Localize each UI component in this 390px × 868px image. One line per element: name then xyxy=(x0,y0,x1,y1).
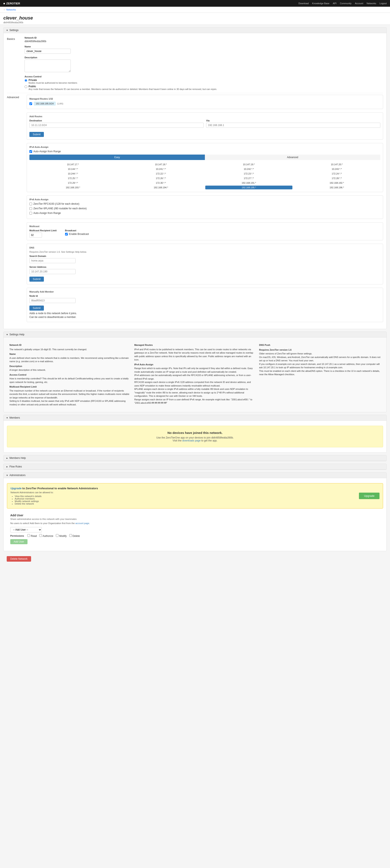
ipv6-range-label: Auto-Assign from Range xyxy=(33,212,61,215)
ip-cell-2-3[interactable]: 172.24.*.* xyxy=(293,172,380,176)
ip-cell-2-0[interactable]: 10.244.*.* xyxy=(29,172,116,176)
tab-easy[interactable]: Easy xyxy=(29,155,205,160)
nav-community[interactable]: Community xyxy=(340,2,352,5)
node-id-input[interactable] xyxy=(29,298,76,303)
administrators-toggle-icon: ▼ xyxy=(6,474,8,476)
perm-authorize-checkbox[interactable] xyxy=(39,534,42,537)
navbar-brand: ■ ZEROTIER xyxy=(3,2,20,5)
name-input[interactable] xyxy=(25,49,71,54)
ip-cell-4-3[interactable]: 192.168.192.* xyxy=(293,181,380,185)
help-col-1-rfc4193: RFC4193 assigns each device a single IPv… xyxy=(134,380,256,388)
private-radio[interactable] xyxy=(25,79,27,82)
help-col-2-content1: Older versions of ZeroTier will ignore t… xyxy=(259,352,381,355)
ip-cell-5-3[interactable]: 192.168.196.* xyxy=(293,186,380,189)
help-col-1-range: Range assigns each device an IP from a u… xyxy=(134,398,256,405)
nav-download[interactable]: Download xyxy=(299,2,309,5)
perm-modify-checkbox[interactable] xyxy=(56,534,59,537)
ip-cell-3-1[interactable]: 172.26.*.* xyxy=(117,176,204,180)
ip-cell-1-0[interactable]: 10.144.*.* xyxy=(29,167,116,171)
nav-logout[interactable]: Logout xyxy=(380,2,387,5)
flow-rules-toggle-icon: ► xyxy=(6,466,8,468)
ip-cell-5-2[interactable]: 192.168.195.* xyxy=(205,186,292,189)
ip-cell-2-2[interactable]: 172.23.*.* xyxy=(205,172,292,176)
ipv6-range-checkbox[interactable] xyxy=(29,212,32,215)
ip-cell-3-3[interactable]: 172.28.*.* xyxy=(293,176,380,180)
add-member-submit[interactable]: Submit xyxy=(29,306,44,311)
enable-broadcast-checkbox[interactable] xyxy=(65,233,68,236)
perm-delete-checkbox[interactable] xyxy=(69,534,72,537)
settings-help-header[interactable]: ▼ Settings Help xyxy=(4,332,386,337)
help-col-0-mc-content: The maximum number of the network can re… xyxy=(9,389,131,400)
ip-cell-3-0[interactable]: 172.25.*.* xyxy=(29,176,116,180)
breadcrumb-link[interactable]: Networks xyxy=(6,8,16,11)
ipv4-auto-assign-checkbox[interactable] xyxy=(29,150,32,153)
flow-rules-section: ► Flow Rules xyxy=(3,464,387,470)
ip-cell-4-0[interactable]: 172.29.*.* xyxy=(29,181,116,185)
add-user-note: No users to select! Add them to your Org… xyxy=(10,522,380,525)
tab-advanced[interactable]: Advanced xyxy=(205,155,380,160)
ip-cell-2-1[interactable]: 172.22.*.* xyxy=(117,172,204,176)
add-member-title: Manually Add Member xyxy=(29,290,380,293)
ip-cell-5-0[interactable]: 192.168.193.* xyxy=(29,186,116,189)
ip-cell-1-2[interactable]: 10.242.*.* xyxy=(205,167,292,171)
members-help-header[interactable]: ► Members Help xyxy=(4,455,386,461)
ip-cell-4-2[interactable]: 192.168.191.* xyxy=(205,181,292,185)
account-link[interactable]: account page xyxy=(75,522,89,525)
ipv6-rfc4193-checkbox[interactable] xyxy=(29,203,32,205)
ip-cell-4-1[interactable]: 172.30.*.* xyxy=(117,181,204,185)
server-address-input[interactable] xyxy=(29,269,76,274)
destination-input[interactable] xyxy=(29,123,204,128)
nav-kb[interactable]: Knowledge Base xyxy=(312,2,330,5)
help-col-2: DNS Push Requires ZeroTier version 1.6 O… xyxy=(259,343,381,406)
nav-api[interactable]: API xyxy=(333,2,336,5)
main-content: ▼ Settings Basics Network ID db64858fedd… xyxy=(0,25,390,567)
upgrade-link[interactable]: Upgrade xyxy=(10,487,22,490)
help-grid: Network ID The network's globally unique… xyxy=(7,341,383,409)
members-section-body: No devices have joined this network. Use… xyxy=(4,421,386,452)
via-input[interactable] xyxy=(206,123,380,128)
ip-cell-0-2[interactable]: 10.147.19.* xyxy=(205,162,292,166)
ipv4-tab-bar: Easy Advanced xyxy=(29,155,380,160)
private-label-group: Private Nodes must be authorized to beco… xyxy=(29,79,77,84)
navbar-links: Download Knowledge Base API Community Ac… xyxy=(299,2,387,5)
ip-cell-0-3[interactable]: 10.147.20.* xyxy=(293,162,380,166)
delete-network-button[interactable]: Delete Network xyxy=(7,556,31,562)
flow-rules-header[interactable]: ► Flow Rules xyxy=(4,464,386,469)
ip-cell-5-1[interactable]: 192.168.194.* xyxy=(117,186,204,189)
description-group: Description xyxy=(25,56,383,73)
add-routes-section: Add Routes Destination Via Submit xyxy=(27,113,383,140)
access-control: Access Control Private Nodes must be aut… xyxy=(25,75,383,90)
members-help-label: Members Help xyxy=(9,457,26,460)
ip-cell-0-1[interactable]: 10.147.18.* xyxy=(117,162,204,166)
help-col-1-ipv4-content: Range from which to auto-assign IPs. Not… xyxy=(134,367,256,373)
administrators-header[interactable]: ▼ Administrators xyxy=(4,472,386,478)
dns-submit[interactable]: Submit xyxy=(29,277,44,282)
add-routes-submit[interactable]: Submit xyxy=(29,132,44,137)
navbar-brand-text: ZEROTIER xyxy=(6,2,20,5)
public-option: Public Any node that knows the Network I… xyxy=(25,85,383,90)
search-domain-input[interactable] xyxy=(29,258,76,263)
nav-account[interactable]: Account xyxy=(355,2,363,5)
ipv6-6plane-checkbox[interactable] xyxy=(29,207,32,210)
public-radio[interactable] xyxy=(25,85,27,88)
flow-rules-label: Flow Rules xyxy=(9,465,22,468)
add-user-select[interactable]: -- Add User -- xyxy=(10,527,42,532)
perm-read-checkbox[interactable] xyxy=(27,534,30,537)
help-col-2-content3: If you configure zt.example.com as your … xyxy=(259,362,381,369)
ip-cell-1-1[interactable]: 10.241.*.* xyxy=(117,167,204,171)
nav-networks[interactable]: Networks xyxy=(367,2,377,5)
upgrade-button[interactable]: Upgrade xyxy=(359,493,380,499)
description-input[interactable] xyxy=(25,60,71,72)
add-user-button[interactable]: Add User xyxy=(10,539,28,544)
ip-cell-1-3[interactable]: 10.243.*.* xyxy=(293,167,380,171)
ip-cell-0-0[interactable]: 10.147.17.* xyxy=(29,162,116,166)
multicast-limit-input[interactable] xyxy=(29,232,42,238)
upgrade-perm-3: Delete the network xyxy=(15,502,354,505)
members-section-header[interactable]: ▼ Members xyxy=(4,415,386,421)
ip-cell-3-2[interactable]: 172.27.*.* xyxy=(205,176,292,180)
perm-authorize-text: Authorize xyxy=(43,534,53,537)
settings-section-header[interactable]: ▼ Settings xyxy=(4,28,386,33)
settings-section: ▼ Settings Basics Network ID db64858fedd… xyxy=(3,27,387,329)
downloads-link[interactable]: downloads page xyxy=(182,439,200,442)
route-checkbox-0[interactable] xyxy=(29,102,32,105)
